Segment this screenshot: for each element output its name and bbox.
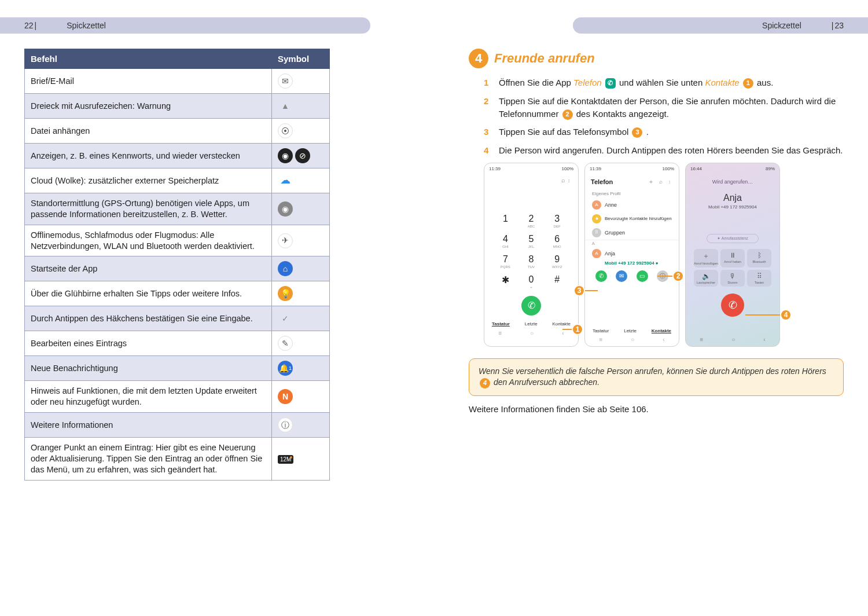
key-8[interactable]: 8TUV — [518, 254, 545, 269]
mail-icon: ✉ — [278, 74, 293, 89]
key-2[interactable]: 2ABC — [518, 214, 545, 228]
edit-icon: ✎ — [278, 336, 293, 351]
cloud-icon: ☁ — [278, 173, 293, 188]
keyword-telefon: Telefon — [573, 78, 602, 87]
steps-list: 1 Öffnen Sie die App Telefon ✆ und wähle… — [484, 76, 844, 157]
step-2: 2 Tippen Sie auf die Kontaktdaten der Pe… — [484, 95, 844, 120]
right-content: 4 Freunde anrufen 1 Öffnen Sie die App T… — [469, 49, 844, 414]
callout-4-icon: 4 — [480, 378, 490, 388]
key-hash[interactable]: # — [544, 274, 570, 289]
groups-row[interactable]: ⠿Gruppen — [585, 226, 679, 240]
new-feature-icon: N — [278, 389, 293, 404]
cmd: Brief/E-Mail — [25, 69, 272, 94]
tab-kontakte[interactable]: Kontakte — [552, 321, 571, 327]
header-tab-left: 22 | Spickzettel — [0, 17, 370, 34]
update-badge-icon: 12M — [278, 455, 293, 464]
section-header: 4 Freunde anrufen — [469, 49, 844, 68]
calling-label: Wird angerufen… — [686, 174, 779, 193]
phone2-title: Telefon — [591, 178, 613, 185]
cmd: Neue Benachrichtigung — [25, 356, 272, 381]
tab-kontakte[interactable]: Kontakte — [652, 328, 671, 333]
attachment-icon: ⦿ — [278, 123, 293, 138]
add-call-button[interactable]: ＋Anruf hinzufügen — [694, 249, 718, 267]
callout-3-icon: 3 — [632, 127, 642, 138]
left-content: Befehl Symbol Brief/E-Mail ✉ Dreieck mit… — [24, 49, 410, 481]
callee-number: Mobil +49 172 9925904 — [686, 204, 779, 210]
key-6[interactable]: 6MNO — [544, 234, 570, 248]
bluetooth-button[interactable]: ᛒBluetooth — [747, 249, 771, 267]
tip-box: Wenn Sie versehentlich die falsche Perso… — [469, 358, 844, 396]
key-star[interactable]: ✱ — [492, 274, 518, 289]
star-icon: ★ — [592, 214, 601, 223]
tab-letzte[interactable]: Letzte — [624, 328, 637, 333]
key-9[interactable]: 9WXYZ — [544, 254, 570, 269]
callout-1-icon: 1 — [743, 78, 753, 89]
cmd: Oranger Punkt an einem Eintrag: Hier gib… — [25, 438, 272, 481]
avatar-icon: A — [592, 249, 601, 258]
airplane-icon: ✈ — [278, 233, 293, 248]
key-3[interactable]: 3DEF — [544, 214, 570, 228]
keyword-kontakte: Kontakte — [705, 78, 739, 87]
anja-number: Mobil +49 172 9925904 ● — [585, 261, 679, 268]
info-icon: ⓘ — [278, 417, 293, 432]
mute-button[interactable]: 🎙Stumm — [720, 270, 745, 287]
key-0[interactable]: 0+ — [518, 274, 545, 289]
phone-contacts: 11:39 100% Telefon ＋ ⌕ ⋮ Eigenes Profil … — [584, 163, 679, 347]
call-assist-chip[interactable]: ✦ Anrufassistenz — [707, 234, 759, 243]
header-tab-right: Spickzettel | 23 — [573, 17, 868, 34]
contact-anne[interactable]: AAnne — [585, 198, 679, 212]
callout-4: 4 — [780, 309, 792, 321]
cmd: Über die Glühbirne erhalten Sie Tipps od… — [25, 281, 272, 306]
key-5[interactable]: 5JKL — [518, 234, 545, 248]
cmd: Dreieck mit Ausrufezeichen: Warnung — [25, 94, 272, 119]
eye-off-icon: ⊘ — [295, 148, 310, 163]
video-icon[interactable]: ▭ — [637, 270, 648, 282]
header-title: Spickzettel — [67, 21, 106, 30]
callee-name: Anja — [686, 193, 779, 203]
cmd: Anzeigen, z. B. eines Kennworts, und wie… — [25, 144, 272, 168]
more-info: Weitere Informationen finden Sie ab Seit… — [469, 404, 844, 414]
key-4[interactable]: 4GHI — [492, 234, 518, 248]
end-call-button[interactable]: ✆ — [721, 294, 744, 317]
keypad-button[interactable]: ⠿Tasten — [747, 270, 771, 287]
cmd: Datei anhängen — [25, 119, 272, 144]
callout-1: 1 — [572, 324, 583, 335]
col-symbol: Symbol — [272, 49, 330, 69]
section-title: Freunde anrufen — [494, 51, 595, 66]
tab-tastatur[interactable]: Tastatur — [593, 328, 609, 333]
page-number: 22 — [24, 21, 34, 30]
key-7[interactable]: 7PQRS — [492, 254, 518, 269]
tab-letzte[interactable]: Letzte — [525, 321, 538, 327]
favorites-add[interactable]: ★Bevorzugte Kontakte hinzufügen — [585, 212, 679, 226]
cmd: Weitere Informationen — [25, 413, 272, 438]
header-title: Spickzettel — [762, 21, 801, 30]
cmd: Hinweis auf Funktionen, die mit dem letz… — [25, 381, 272, 413]
message-icon[interactable]: ✉ — [616, 270, 627, 282]
location-icon: ◉ — [278, 201, 293, 217]
call-button[interactable]: ✆ — [521, 296, 541, 316]
tab-tastatur[interactable]: Tastatur — [492, 321, 510, 327]
lightbulb-icon: 💡 — [278, 286, 293, 301]
symbols-table: Befehl Symbol Brief/E-Mail ✉ Dreieck mit… — [24, 49, 330, 481]
phone-dialer: 11:39 100% ⌕ ⋮ 1 2ABC 3DEF 4GHI 5JKL 6MN… — [484, 163, 579, 347]
step-3: 3 Tippen Sie auf das Telefonsymbol 3 . — [484, 126, 844, 138]
eye-icon: ◉ — [278, 148, 293, 163]
home-icon: ⌂ — [278, 261, 293, 276]
key-1[interactable]: 1 — [492, 214, 518, 228]
section-a: A — [585, 240, 679, 247]
contact-anja[interactable]: AAnja — [585, 247, 679, 261]
notification-icon: 🔔1 — [278, 361, 293, 376]
speaker-button[interactable]: 🔈Lautsprecher — [694, 270, 718, 287]
cmd: Bearbeiten eines Eintrags — [25, 331, 272, 356]
cmd: Offlinemodus, Schlafmodus oder Flugmodus… — [25, 225, 272, 256]
callout-3: 3 — [573, 285, 585, 296]
col-command: Befehl — [25, 49, 272, 69]
phone-app-icon: ✆ — [605, 78, 616, 89]
call-icon[interactable]: ✆ — [595, 270, 607, 282]
section-number: 4 — [469, 49, 488, 68]
avatar-icon: A — [592, 200, 601, 210]
cmd: Standortermittlung (GPS-Ortung) benötige… — [25, 193, 272, 225]
cmd: Startseite der App — [25, 256, 272, 281]
cmd: Durch Antippen des Häkchens bestätigen S… — [25, 306, 272, 331]
hold-button[interactable]: ⏸Anruf halten — [720, 249, 745, 267]
